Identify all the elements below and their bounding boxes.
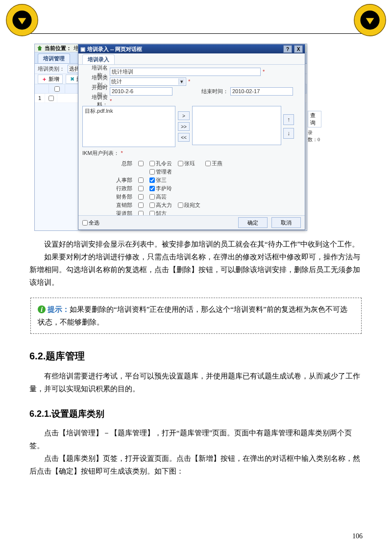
query-button[interactable]: 查 询 bbox=[308, 111, 321, 127]
move-down-button[interactable]: ↓ bbox=[283, 128, 294, 139]
dept-row: 人事部张三 bbox=[112, 176, 301, 184]
dept-name: 直销部 bbox=[112, 202, 132, 209]
name-input[interactable]: 统计培训 bbox=[110, 68, 261, 76]
cat-select[interactable]: 统计▾ bbox=[110, 77, 186, 86]
col-checkbox bbox=[49, 84, 65, 93]
heading-6-2: 6.2.题库管理 bbox=[29, 350, 363, 363]
dialog-icon: ▣ bbox=[80, 46, 85, 52]
person-check[interactable]: 段宛文 bbox=[178, 202, 200, 209]
record-count: 录数：0 bbox=[308, 129, 321, 143]
dept-name: 财务部 bbox=[112, 193, 132, 201]
para: 点击【题库类别】页签，打开设置页面。点击【新增】按钮，在弹出的对话框中输入类别名… bbox=[29, 452, 363, 478]
page-number: 106 bbox=[352, 532, 363, 540]
row-index: 1 bbox=[35, 94, 45, 102]
end-label: 结束时间： bbox=[201, 88, 228, 95]
tip-label: 提示： bbox=[48, 305, 70, 313]
dept-name: 人事部 bbox=[112, 177, 132, 184]
dept-row: 总部孔令云张珏王燕 bbox=[112, 159, 301, 168]
info-icon: i bbox=[38, 305, 46, 313]
dept-row: 直销部高大力段宛文 bbox=[112, 201, 301, 209]
dept-name: 总部 bbox=[112, 160, 132, 167]
help-button[interactable]: ? bbox=[283, 45, 292, 53]
heading-6-2-1: 6.2.1.设置题库类别 bbox=[29, 408, 363, 420]
person-check[interactable]: 张三 bbox=[149, 177, 171, 184]
para: 有些培训需要进行考试，平台可以预先设置题库，并使用题库已有试题生成试卷，从而减少… bbox=[29, 370, 363, 395]
trash-icon: ✖ bbox=[69, 76, 75, 82]
row-checkbox-cell bbox=[45, 94, 57, 102]
file-list-left[interactable]: 目标.pdf.lnk bbox=[82, 106, 175, 147]
file-list-right[interactable] bbox=[192, 106, 281, 145]
dept-checkbox[interactable] bbox=[138, 161, 144, 166]
para: 设置好的培训安排会显示在列表中。被安排参加培训的员工就会在其“待办工作”中收到这… bbox=[29, 238, 363, 251]
dialog-titlebar: ▣ 培训录入 -- 网页对话框 ? X bbox=[78, 45, 305, 53]
filter-label: 培训类别： bbox=[38, 65, 65, 73]
location-icon bbox=[37, 45, 43, 51]
tab-training-input[interactable]: 培训录入 bbox=[82, 54, 115, 64]
para: 如果要对刚才的培训进行修改，只需点击培训名称，在弹出的修改对话框中修改即可，操作… bbox=[29, 251, 363, 289]
person-check[interactable]: 管理者 bbox=[149, 168, 172, 176]
dept-checkbox[interactable] bbox=[138, 194, 144, 200]
stamp-badge bbox=[5, 3, 39, 37]
row-checkbox[interactable] bbox=[49, 96, 54, 101]
end-input[interactable]: 2010-02-17 bbox=[230, 87, 293, 96]
userlist-label: IKM用户列表： bbox=[82, 150, 119, 157]
dept-row: 行政部李萨玲 bbox=[112, 184, 301, 193]
move-right-button[interactable]: > bbox=[178, 111, 190, 120]
person-check[interactable]: 王燕 bbox=[205, 160, 227, 167]
dept-checkbox[interactable] bbox=[138, 202, 144, 208]
person-check[interactable]: 张珏 bbox=[178, 160, 199, 167]
dept-checkbox[interactable] bbox=[138, 177, 144, 183]
ok-button[interactable]: 确定 bbox=[238, 217, 268, 228]
dept-row: 管理者 bbox=[112, 168, 301, 176]
training-input-dialog: ▣ 培训录入 -- 网页对话框 ? X 培训录入 培训名称： 统计培训 * 培训… bbox=[78, 44, 305, 230]
stamp-badge bbox=[353, 3, 387, 37]
breadcrumb-label: 当前位置： bbox=[45, 45, 72, 52]
tip-text: 如果要删除的“培训资料”正在使用的话，那么这个“培训资料”前的复选框为灰色不可选… bbox=[38, 305, 347, 326]
training-screenshot: 当前位置： 培训管理\ 培训管理 培训类别： 选择类别▾ ＋新增 ✖删除 培训名… bbox=[34, 44, 307, 231]
dept-name: 行政部 bbox=[112, 185, 132, 192]
tab-training-mgmt[interactable]: 培训管理 bbox=[38, 53, 70, 63]
dept-row: 财务部高芸 bbox=[112, 193, 301, 201]
person-check[interactable]: 孔令云 bbox=[149, 160, 172, 167]
col-index bbox=[35, 84, 49, 93]
cancel-button[interactable]: 取消 bbox=[271, 217, 301, 228]
dialog-title: 培训录入 -- 网页对话框 bbox=[87, 46, 142, 53]
required-mark: * bbox=[263, 69, 265, 75]
close-button[interactable]: X bbox=[294, 45, 303, 53]
move-all-left-button[interactable]: << bbox=[178, 133, 190, 142]
person-check[interactable]: 李萨玲 bbox=[149, 185, 172, 192]
start-input[interactable]: 2010-2-6 bbox=[110, 87, 172, 96]
person-check[interactable]: 高芸 bbox=[149, 193, 171, 201]
select-all[interactable]: 全选 bbox=[82, 219, 104, 227]
add-button[interactable]: ＋新增 bbox=[38, 75, 63, 84]
dept-checkbox[interactable] bbox=[138, 186, 144, 191]
para: 点击【培训管理】－【题库管理】，打开“题库管理”页面。页面中有题库管理和题库类别… bbox=[29, 427, 363, 452]
header-rule bbox=[29, 33, 363, 34]
plus-icon: ＋ bbox=[41, 76, 47, 82]
select-all-checkbox[interactable] bbox=[54, 86, 60, 92]
person-check[interactable]: 高大力 bbox=[149, 202, 172, 209]
move-all-right-button[interactable]: >> bbox=[178, 122, 190, 131]
move-up-button[interactable]: ↑ bbox=[283, 114, 294, 125]
tip-box: i提示：如果要删除的“培训资料”正在使用的话，那么这个“培训资料”前的复选框为灰… bbox=[30, 298, 362, 334]
